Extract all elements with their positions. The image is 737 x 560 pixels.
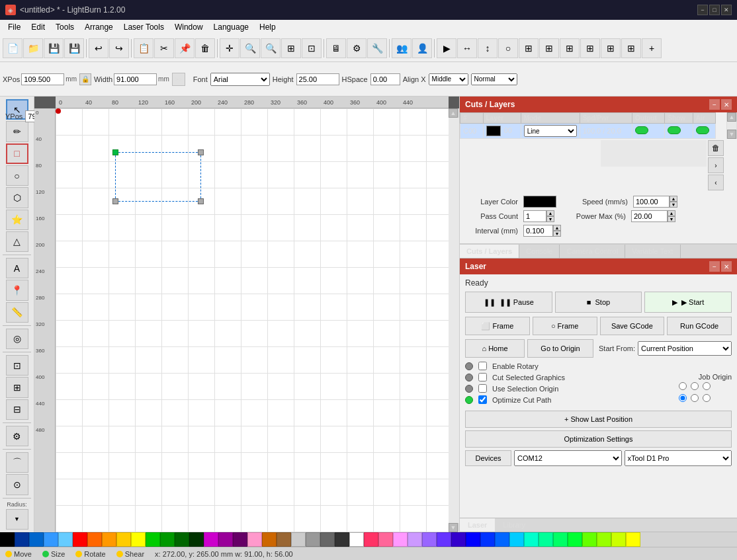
distribute-button[interactable]: ⊞ — [539, 38, 559, 58]
palette-swatch-21[interactable] — [306, 532, 320, 547]
palette-swatch-7[interactable] — [102, 532, 116, 547]
pass-up[interactable]: ▲ — [546, 210, 554, 216]
palette-swatch-t17[interactable] — [597, 532, 611, 547]
expand-coords-button[interactable]: >> — [172, 73, 185, 86]
palette-swatch-t9[interactable] — [480, 532, 495, 547]
palette-swatch-20[interactable] — [291, 532, 306, 547]
minimize-button[interactable]: − — [697, 5, 708, 15]
pause-button[interactable]: ❚❚ ❚❚ Pause — [465, 292, 552, 313]
paste-button[interactable]: 📌 — [175, 38, 195, 58]
text-tool[interactable]: A — [6, 258, 28, 278]
mode-select[interactable]: Line — [524, 125, 577, 137]
tab-library[interactable]: Library — [495, 518, 533, 532]
frame2-button[interactable]: ○ Frame — [533, 317, 597, 335]
grid-tool[interactable]: ⊟ — [6, 399, 28, 420]
palette-swatch-4[interactable] — [58, 532, 73, 547]
palette-swatch-0[interactable] — [0, 532, 15, 547]
cut-selected-checkbox[interactable] — [478, 373, 487, 381]
palette-swatch-9[interactable] — [131, 532, 146, 547]
array-tool[interactable]: ⊞ — [6, 377, 28, 397]
select-all-button[interactable]: ⊡ — [302, 38, 322, 58]
cut-button[interactable]: ✂ — [154, 38, 174, 58]
layer-show-cell[interactable] — [665, 124, 693, 139]
user-button[interactable]: 👤 — [412, 38, 432, 58]
speed-input[interactable] — [633, 196, 670, 208]
expand-right-button[interactable]: › — [708, 157, 724, 173]
canvas-grid[interactable] — [56, 108, 449, 532]
tab-camera-control[interactable]: Camera Control — [560, 245, 625, 258]
preview-button[interactable]: 🖥 — [326, 38, 346, 58]
palette-swatch-t3[interactable] — [393, 532, 408, 547]
palette-swatch-1[interactable] — [15, 532, 29, 547]
alignx-select[interactable]: Middle — [429, 73, 468, 85]
menu-language[interactable]: Language — [208, 21, 254, 33]
palette-swatch-8[interactable] — [116, 532, 131, 547]
frame1-button[interactable]: ⬜ Frame — [465, 317, 530, 335]
layer-mode-cell[interactable]: Line — [521, 124, 580, 139]
cl-scroll-up[interactable]: ▲ — [727, 112, 736, 122]
palette-swatch-t8[interactable] — [466, 532, 480, 547]
palette-swatch-t14[interactable] — [553, 532, 568, 547]
interval-down[interactable]: ▼ — [553, 231, 561, 237]
lock-button[interactable]: 🔒 — [79, 73, 91, 85]
tools-button[interactable]: 🔧 — [367, 38, 387, 58]
output-toggle[interactable] — [635, 126, 648, 134]
tab-variable-text[interactable]: Variable Text — [625, 245, 681, 258]
palette-swatch-t15[interactable] — [568, 532, 582, 547]
palette-swatch-t11[interactable] — [509, 532, 524, 547]
layer-swatch[interactable] — [486, 126, 501, 136]
cuts-layers-min-button[interactable]: − — [709, 99, 720, 110]
palette-swatch-5[interactable] — [73, 532, 87, 547]
scrollbar-up-arrow[interactable]: ▲ — [449, 108, 458, 118]
ring-tool[interactable]: ◎ — [6, 329, 28, 349]
close-button[interactable]: ✕ — [721, 5, 732, 15]
palette-swatch-13[interactable] — [189, 532, 204, 547]
users-button[interactable]: 👥 — [392, 38, 412, 58]
home-button[interactable]: ⌂ Home — [465, 339, 525, 358]
height2-input[interactable] — [296, 73, 339, 85]
menu-tools[interactable]: Tools — [50, 21, 79, 33]
interval-up[interactable]: ▲ — [553, 225, 561, 231]
port-select[interactable]: COM12 — [514, 450, 622, 466]
save-gcode-button[interactable]: Save GCode — [600, 317, 665, 335]
power-up[interactable]: ▲ — [668, 210, 675, 216]
jo-radio-tr[interactable] — [703, 382, 711, 390]
draw-tool[interactable]: ✏ — [6, 121, 28, 141]
collapse-right-button[interactable]: ‹ — [708, 175, 724, 190]
open-button[interactable]: 📁 — [23, 38, 43, 58]
pass-count-input[interactable] — [523, 210, 546, 222]
redo-button[interactable]: ↪ — [109, 38, 129, 58]
hspace-input[interactable] — [370, 73, 400, 85]
selection-handle-br[interactable] — [198, 198, 204, 204]
jo-radio-br[interactable] — [703, 394, 711, 402]
play-button[interactable]: ▶ — [437, 38, 456, 58]
palette-swatch-3[interactable] — [44, 532, 58, 547]
save-button[interactable]: 💾 — [44, 38, 64, 58]
show-toggle[interactable] — [668, 126, 681, 134]
copy-button[interactable]: 📋 — [134, 38, 153, 58]
palette-swatch-t1[interactable] — [364, 532, 378, 547]
palette-swatch-t7[interactable] — [451, 532, 466, 547]
zoom-in-button[interactable]: 🔍 — [240, 38, 260, 58]
tab-laser[interactable]: Laser — [460, 518, 495, 532]
cl-scroll-down[interactable]: ▼ — [727, 130, 736, 139]
scrollbar-down-arrow[interactable]: ▼ — [449, 523, 458, 532]
node-tool[interactable]: 📍 — [6, 280, 28, 300]
extra2-button[interactable]: ⊞ — [621, 38, 641, 58]
power-max-input[interactable] — [631, 210, 668, 222]
polygon-tool[interactable]: ⬡ — [6, 187, 28, 208]
use-selection-checkbox[interactable] — [478, 384, 487, 393]
layer-air-cell[interactable] — [693, 124, 715, 139]
start-from-select[interactable]: Current Position — [638, 341, 732, 356]
menu-help[interactable]: Help — [254, 21, 281, 33]
width-input[interactable] — [114, 73, 157, 85]
run-gcode-button[interactable]: Run GCode — [667, 317, 732, 335]
ellipse-tool[interactable]: ○ — [6, 165, 28, 186]
devices-button[interactable]: Devices — [465, 450, 511, 466]
radius-btn[interactable]: ▼ — [6, 509, 28, 530]
star-tool[interactable]: ⭐ — [6, 210, 28, 230]
start-button[interactable]: ▶ ▶ Start — [644, 292, 732, 313]
plus-button[interactable]: + — [642, 38, 662, 58]
layer-row-c00[interactable]: C00 00 Line — [460, 124, 716, 139]
font-select[interactable]: Arial — [210, 73, 270, 86]
